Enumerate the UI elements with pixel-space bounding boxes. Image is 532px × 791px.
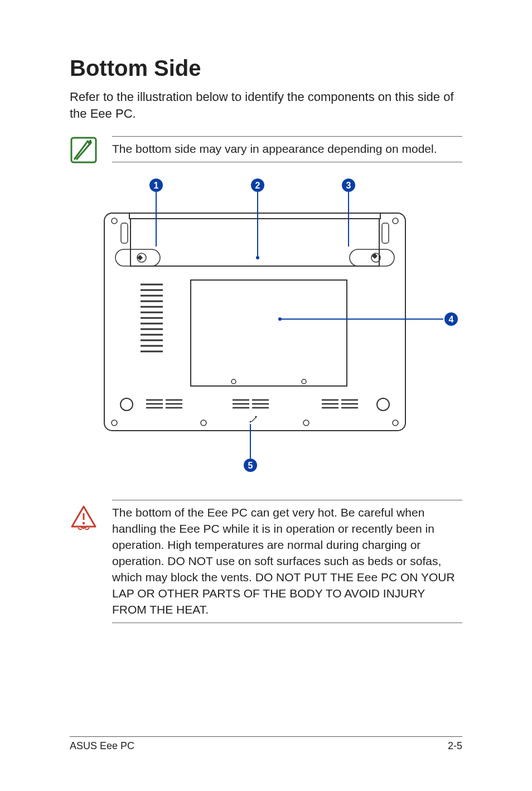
bottom-side-diagram: 1 2 3 bbox=[71, 174, 461, 478]
svg-point-18 bbox=[302, 379, 306, 384]
svg-point-9 bbox=[393, 218, 398, 224]
svg-rect-13 bbox=[382, 223, 389, 243]
svg-point-17 bbox=[231, 379, 236, 384]
svg-point-8 bbox=[112, 218, 117, 224]
callout-4: 4 bbox=[449, 315, 454, 324]
callout-5: 5 bbox=[248, 461, 253, 470]
svg-rect-12 bbox=[121, 223, 128, 243]
warning-icon bbox=[70, 503, 98, 531]
svg-point-32 bbox=[278, 317, 282, 321]
svg-point-57 bbox=[303, 420, 309, 426]
note-icon bbox=[70, 136, 98, 164]
callout-1: 1 bbox=[154, 181, 159, 190]
warning-block: The bottom of the Eee PC can get very ho… bbox=[70, 500, 462, 623]
svg-point-35 bbox=[120, 398, 133, 411]
page-heading: Bottom Side bbox=[70, 56, 462, 81]
svg-point-55 bbox=[112, 420, 117, 426]
svg-point-36 bbox=[377, 398, 389, 411]
svg-rect-16 bbox=[191, 280, 347, 386]
note-text: The bottom side may vary in appearance d… bbox=[112, 136, 462, 162]
svg-point-56 bbox=[201, 420, 206, 426]
intro-text: Refer to the illustration below to ident… bbox=[70, 89, 462, 122]
svg-point-11 bbox=[256, 256, 259, 259]
svg-point-58 bbox=[393, 420, 398, 426]
svg-point-63 bbox=[83, 522, 85, 524]
footer-left: ASUS Eee PC bbox=[70, 740, 134, 752]
note-block: The bottom side may vary in appearance d… bbox=[70, 136, 462, 164]
callout-2: 2 bbox=[255, 181, 260, 190]
callout-3: 3 bbox=[346, 181, 351, 190]
footer-right: 2-5 bbox=[448, 740, 462, 752]
page-footer: ASUS Eee PC 2-5 bbox=[70, 736, 462, 752]
svg-rect-10 bbox=[130, 219, 379, 266]
svg-point-59 bbox=[250, 421, 252, 423]
warning-text: The bottom of the Eee PC can get very ho… bbox=[112, 500, 462, 623]
svg-rect-7 bbox=[104, 213, 405, 431]
